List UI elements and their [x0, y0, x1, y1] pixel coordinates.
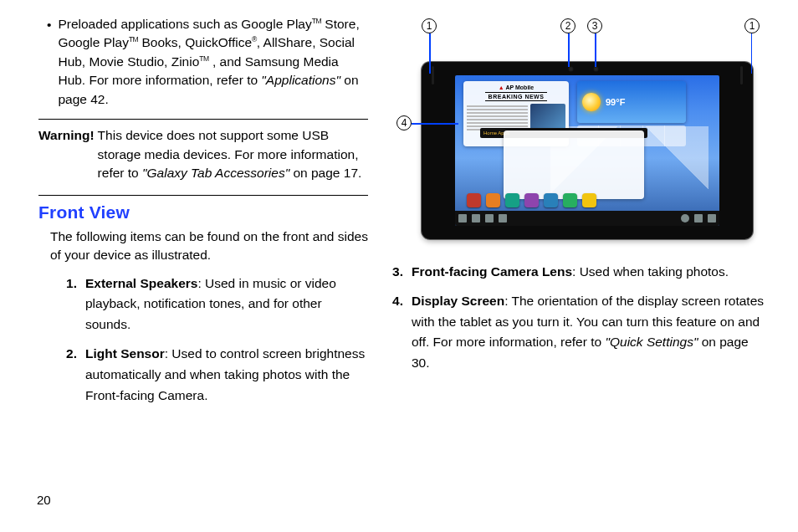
lead-line — [595, 33, 596, 67]
lead-line — [429, 33, 431, 74]
bullet-icon: • — [47, 16, 51, 109]
app-icon — [544, 193, 558, 207]
status-bar — [455, 211, 719, 226]
app-icon — [563, 193, 577, 207]
recent-icon — [485, 214, 494, 223]
news-headline: BREAKING NEWS — [485, 92, 548, 101]
app-icon — [582, 193, 596, 207]
news-logo: ▲ AP Mobile — [499, 84, 534, 90]
callout-3: 3 — [587, 18, 602, 33]
home-icon — [472, 214, 480, 223]
weather-temp: 99°F — [606, 97, 625, 107]
app-dock — [467, 193, 596, 207]
callout-2: 2 — [560, 18, 575, 33]
callout-1-left: 1 — [422, 18, 437, 33]
list-item: 3. Front-facing Camera Lens: Used when t… — [391, 262, 765, 283]
list-item: 2. Light Sensor: Used to control screen … — [65, 344, 368, 406]
app-icon — [505, 193, 519, 207]
preloaded-apps-bullet: • Preloaded applications such as Google … — [47, 15, 368, 109]
weather-widget: 99°F — [577, 81, 686, 123]
screenshot-icon — [499, 214, 507, 223]
tablet-device: ▲ AP Mobile BREAKING NEWS — [422, 62, 753, 239]
warning-block: Warning! This device does not support so… — [38, 126, 368, 182]
front-view-diagram: 1 2 3 1 4 ▲ AP Mobile BREAKIN — [396, 15, 760, 245]
sun-icon — [582, 93, 601, 111]
divider — [38, 119, 368, 120]
section-heading-front-view: Front View — [38, 202, 368, 223]
front-camera-icon — [594, 67, 598, 71]
app-icon — [467, 193, 481, 207]
divider — [38, 195, 368, 196]
notification-icon — [681, 214, 689, 223]
back-icon — [458, 214, 467, 223]
page-number: 20 — [37, 493, 51, 507]
lead-line — [568, 33, 570, 67]
speaker-icon — [740, 66, 743, 84]
lead-line — [751, 33, 753, 74]
warning-label: Warning! — [38, 126, 95, 182]
light-sensor-icon — [569, 67, 573, 71]
list-item: 1. External Speakers: Used in music or v… — [65, 274, 368, 335]
lead-line — [412, 123, 458, 125]
list-item: 4. Display Screen: The orientation of th… — [391, 291, 765, 374]
warning-body: This device does not support some USB st… — [98, 126, 368, 182]
battery-icon — [708, 214, 716, 223]
section-intro: The following items can be found on the … — [50, 228, 368, 265]
display-screen: ▲ AP Mobile BREAKING NEWS — [455, 75, 719, 226]
bullet-text: Preloaded applications such as Google Pl… — [58, 15, 368, 109]
wifi-icon — [694, 214, 703, 223]
speaker-icon — [432, 66, 434, 84]
apps-panel — [504, 130, 644, 199]
app-icon — [524, 193, 539, 207]
callout-4: 4 — [396, 115, 412, 130]
app-icon — [486, 193, 500, 207]
callout-1-right: 1 — [744, 18, 760, 33]
